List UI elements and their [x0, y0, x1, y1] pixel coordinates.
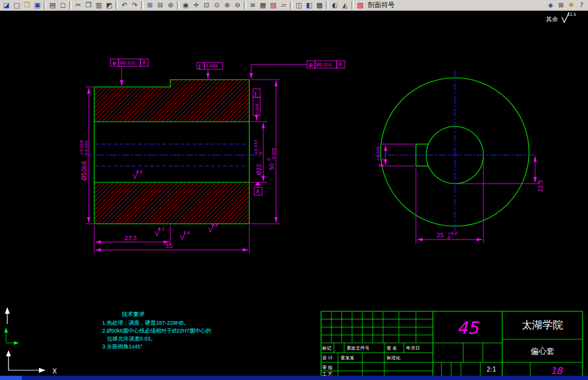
toolbar-button-redo[interactable]: ↷ — [130, 1, 140, 10]
rest-value: 12.5 — [567, 12, 576, 17]
side-view — [375, 71, 538, 235]
toolbar-button-match-properties[interactable]: ◩ — [104, 1, 114, 10]
rest-label: 其余 — [546, 16, 558, 22]
roughness-value: 1.6 — [184, 230, 190, 235]
toolbar-separator — [326, 1, 328, 9]
notes-line: 2.Ø50k6圆中心线必须相对于Ø22H7圆中心的 — [102, 328, 212, 334]
toolbar-button-copy[interactable]: ❐ — [83, 1, 94, 10]
toolbar-button-object-snap[interactable]: ◈ — [545, 1, 556, 10]
toolbar-button-zoom-out[interactable]: ⊖ — [232, 1, 243, 10]
label-design: 设 计 — [322, 355, 333, 361]
fcf-symbol: ∥ — [254, 91, 257, 97]
fcf-value: Ø0.010 — [120, 61, 136, 66]
toolbar-button-open-file[interactable]: ❒ — [22, 1, 32, 10]
fcf-datum: A — [339, 62, 342, 67]
fcf-parallel-0006: ∥ 0.006 — [253, 89, 260, 120]
toolbar-separator — [290, 1, 292, 9]
toolbar-button-help[interactable]: ? — [576, 1, 587, 10]
taskbar-segment — [0, 376, 22, 380]
notes-title: 技术要求 — [122, 311, 145, 317]
dim-length-55: 55 — [95, 225, 249, 253]
dim-tol-lower: -0.008 — [271, 148, 276, 161]
toolbar-button-section-symbol[interactable]: ▨ — [355, 1, 365, 10]
toolbar-separator — [351, 1, 354, 9]
toolbar-button-zoom-realtime[interactable]: ◉ — [181, 1, 191, 10]
up-arrow-icon — [5, 307, 10, 314]
roughness-value: 6.3 — [158, 227, 164, 232]
dim-text: 22.5 — [538, 180, 544, 192]
dim-keyway-width: 8 +0.036 0 — [376, 144, 415, 167]
toolbar-button-save-file[interactable]: ▣ — [32, 1, 43, 10]
designer-name: 黄某某 — [341, 355, 355, 361]
title-block: 45 太湖学院 偏心套 18 2:1 标记 更改文件号 签 名 年月日 设 计 … — [321, 311, 583, 376]
toolbar-button-app-menu[interactable]: ◪ — [1, 1, 12, 10]
hatch-top — [95, 80, 249, 121]
toolbar: ◪□❒▣▤◻✂❐▥◩↶↷⊞⊟⊛◉✛⊡⊙⊕⊖≡▦▨▱◫◧▩◐◭▨剖面符号◈⊞❖? — [0, 0, 588, 11]
label-standard: 标准化 — [386, 355, 401, 361]
toolbar-button-design-center[interactable]: ◧ — [304, 1, 314, 10]
fcf-position-2: ⊕ Ø0.010 A — [251, 61, 345, 78]
dim-tol-lower: 0 — [258, 152, 263, 154]
dim-text: 50 — [269, 163, 275, 170]
toolbar-button-print-preview[interactable]: ◻ — [58, 1, 68, 10]
toolbar-separator — [69, 1, 72, 9]
section-symbol-label: 剖面符号 — [368, 1, 395, 10]
fcf-parallel-0004: ∥ 0.004 — [197, 63, 223, 78]
roughness-value: 0.8 — [136, 170, 142, 174]
toolbar-button-new-file[interactable]: □ — [12, 1, 22, 10]
technical-notes: 技术要求 1.热处理：调质，硬度187-229HB。 2.Ø50k6圆中心线必须… — [102, 311, 212, 350]
toolbar-button-zoom-in[interactable]: ⊕ — [222, 1, 232, 10]
dim-tol-lower: 0 — [381, 159, 386, 161]
dim-eccentric: 22.5 — [456, 156, 544, 192]
material-spec: 45 — [457, 318, 479, 338]
toolbar-button-zoom-window[interactable]: ⊡ — [201, 1, 212, 10]
toolbar-button-color-control[interactable]: ▨ — [268, 1, 278, 10]
label-sign: 签 名 — [387, 345, 397, 351]
part-name: 偏心套 — [530, 347, 555, 356]
toolbar-button-properties-panel[interactable]: ❖ — [566, 1, 576, 10]
roughness-value: 0.8 — [212, 223, 218, 228]
dim-tol-upper: 0 — [266, 158, 271, 161]
toolbar-separator — [244, 1, 246, 9]
toolbar-button-tool-palettes[interactable]: ▩ — [314, 1, 325, 10]
fcf-symbol: ⊕ — [112, 60, 117, 66]
toolbar-separator — [177, 1, 179, 9]
toolbar-button-hyperlink[interactable]: ⊛ — [165, 1, 176, 10]
toolbar-button-pan[interactable]: ✛ — [191, 1, 201, 10]
toolbar-button-print[interactable]: ▤ — [47, 1, 58, 10]
label-mark: 标记 — [322, 345, 332, 351]
dim-diameter-22: Ø22 +0.033 0 — [251, 122, 268, 182]
toolbar-separator — [141, 1, 144, 9]
toolbar-button-insert-block[interactable]: ⊞ — [145, 1, 155, 10]
toolbar-button-render[interactable]: ◐ — [330, 1, 340, 10]
toolbar-button-linetype-control[interactable]: ▱ — [278, 1, 289, 10]
rest-surface-note: 其余 12.5 — [546, 12, 576, 22]
ucs-icon: X — [4, 307, 57, 375]
section-view — [84, 80, 263, 224]
sheet-number: 18 — [550, 365, 563, 376]
toolbar-button-properties[interactable]: ◫ — [294, 1, 304, 10]
toolbar-button-undo[interactable]: ↶ — [119, 1, 130, 10]
toolbar-button-zoom-previous[interactable]: ⊙ — [212, 1, 222, 10]
toolbar-separator — [44, 1, 46, 9]
toolbar-button-cut[interactable]: ✂ — [73, 1, 83, 10]
drawing-canvas[interactable]: Ø50k6 +0.018 +0.002 Ø22 +0.033 0 50 0 -0… — [0, 11, 588, 376]
dim-tol-upper: +0.033 — [254, 140, 258, 154]
dim-text: 25 — [437, 232, 443, 238]
organization-name: 太湖学院 — [522, 319, 563, 331]
dim-tol-upper: +0.036 — [376, 147, 381, 161]
toolbar-button-grid-display[interactable]: ⊞ — [556, 1, 566, 10]
toolbar-button-xref[interactable]: ⊟ — [155, 1, 165, 10]
fcf-symbol: ∥ — [198, 64, 201, 69]
toolbar-button-layer-control[interactable]: ▦ — [258, 1, 268, 10]
taskbar-strip — [0, 376, 588, 380]
x-axis-arrow-icon — [39, 368, 46, 373]
dim-tol-lower: 0 — [448, 235, 450, 240]
toolbar-button-paste[interactable]: ▥ — [94, 1, 104, 10]
toolbar-button-materials[interactable]: ◭ — [340, 1, 350, 10]
fcf-symbol: ⊕ — [308, 62, 313, 68]
toolbar-button-layer-manager[interactable]: ≡ — [247, 1, 258, 10]
dim-text: 8 — [378, 164, 384, 167]
notes-line: 1.热处理：调质，硬度187-229HB。 — [102, 320, 189, 326]
label-check: 审 核 — [322, 365, 333, 370]
